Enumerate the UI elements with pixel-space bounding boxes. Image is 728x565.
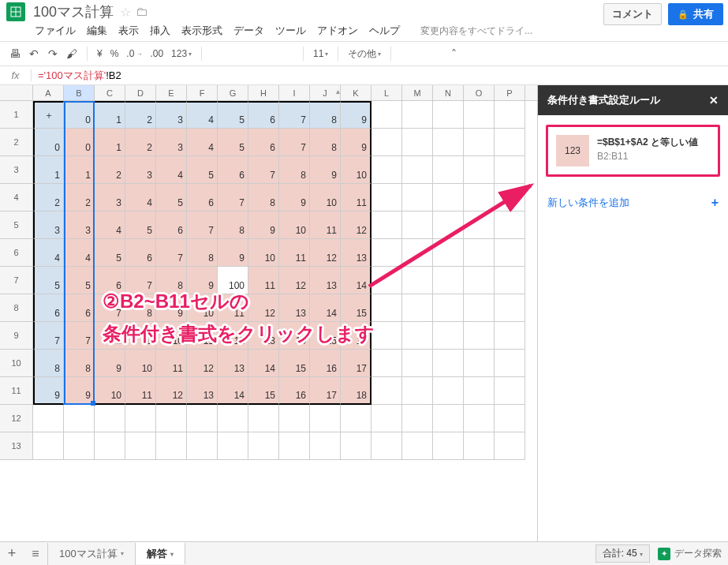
spreadsheet-grid[interactable]: ABCDEFGHIJKLMNOP 1＋012345678920012345678…: [0, 85, 537, 541]
cell-C6[interactable]: 5: [95, 239, 125, 267]
row-header-7[interactable]: 7: [0, 267, 33, 294]
cell-M12[interactable]: [402, 405, 433, 432]
cell-I8[interactable]: 13: [279, 294, 310, 322]
scroll-up-icon[interactable]: ▴: [332, 87, 343, 95]
cell-B10[interactable]: 8: [64, 350, 95, 377]
cell-A10[interactable]: 8: [33, 350, 64, 377]
cell-P11[interactable]: [495, 377, 525, 405]
cell-E9[interactable]: 10: [156, 322, 187, 350]
cell-K5[interactable]: 12: [341, 211, 371, 239]
cell-O6[interactable]: [464, 239, 495, 267]
cell-K2[interactable]: 9: [341, 129, 371, 156]
cell-O4[interactable]: [464, 184, 495, 211]
cell-H7[interactable]: 11: [248, 267, 279, 294]
menu-insert[interactable]: 挿入: [150, 24, 170, 38]
col-header-E[interactable]: E: [156, 85, 187, 100]
cell-K10[interactable]: 17: [341, 350, 371, 377]
row-header-9[interactable]: 9: [0, 322, 33, 350]
cell-F5[interactable]: 7: [187, 211, 218, 239]
cell-L7[interactable]: [371, 267, 402, 294]
cell-N7[interactable]: [433, 267, 464, 294]
menu-view[interactable]: 表示: [118, 24, 139, 38]
cell-K7[interactable]: 14: [341, 267, 371, 294]
print-icon[interactable]: 🖶: [6, 45, 24, 62]
format-rule-card[interactable]: 123 =$B$1+$A2 と等しい値 B2:B11: [546, 125, 720, 177]
cell-N5[interactable]: [433, 211, 464, 239]
col-header-K[interactable]: K: [341, 85, 371, 100]
cell-L5[interactable]: [371, 211, 402, 239]
cell-A13[interactable]: [33, 432, 64, 460]
cell-K11[interactable]: 18: [341, 377, 371, 405]
cell-B7[interactable]: 5: [64, 267, 95, 294]
number-format-button[interactable]: 123▾: [168, 48, 195, 59]
cell-P1[interactable]: [495, 101, 525, 129]
cell-F12[interactable]: [187, 405, 218, 432]
col-header-M[interactable]: M: [402, 85, 433, 100]
cell-K1[interactable]: 9: [341, 101, 371, 129]
cell-A3[interactable]: 1: [33, 156, 64, 184]
cell-G5[interactable]: 8: [218, 211, 248, 239]
cell-P2[interactable]: [495, 129, 525, 156]
cell-J3[interactable]: 9: [310, 156, 341, 184]
cell-A12[interactable]: [33, 405, 64, 432]
cell-H3[interactable]: 7: [248, 156, 279, 184]
cell-F4[interactable]: 6: [187, 184, 218, 211]
col-header-N[interactable]: N: [433, 85, 464, 100]
menu-help[interactable]: ヘルプ: [369, 24, 400, 38]
dec-increase-button[interactable]: .00: [147, 48, 166, 59]
cell-A1[interactable]: ＋: [33, 101, 64, 129]
cell-F3[interactable]: 5: [187, 156, 218, 184]
col-header-G[interactable]: G: [218, 85, 248, 100]
cell-K8[interactable]: 15: [341, 294, 371, 322]
cell-P4[interactable]: [495, 184, 525, 211]
cell-O7[interactable]: [464, 267, 495, 294]
cell-B8[interactable]: 6: [64, 294, 95, 322]
cell-L12[interactable]: [371, 405, 402, 432]
chevron-up-icon[interactable]: ˄: [445, 45, 462, 62]
cell-N13[interactable]: [433, 432, 464, 460]
cell-P12[interactable]: [495, 405, 525, 432]
cell-I6[interactable]: 11: [279, 239, 310, 267]
cell-I9[interactable]: 14: [279, 322, 310, 350]
cell-A4[interactable]: 2: [33, 184, 64, 211]
cell-J2[interactable]: 8: [310, 129, 341, 156]
cell-L9[interactable]: [371, 322, 402, 350]
cell-P7[interactable]: [495, 267, 525, 294]
currency-button[interactable]: ¥: [94, 48, 106, 59]
cell-E4[interactable]: 5: [156, 184, 187, 211]
cell-G1[interactable]: 5: [218, 101, 248, 129]
menu-data[interactable]: データ: [233, 24, 264, 38]
add-rule-button[interactable]: 新しい条件を追加 +: [538, 186, 728, 219]
cell-C1[interactable]: 1: [95, 101, 125, 129]
cell-K13[interactable]: [341, 432, 371, 460]
cell-C11[interactable]: 10: [95, 377, 125, 405]
cell-M1[interactable]: [402, 101, 433, 129]
cell-D7[interactable]: 7: [125, 267, 156, 294]
all-sheets-button[interactable]: ≡: [24, 547, 47, 561]
cell-N11[interactable]: [433, 377, 464, 405]
menu-file[interactable]: ファイル: [35, 24, 76, 38]
cell-C12[interactable]: [95, 405, 125, 432]
cell-F6[interactable]: 8: [187, 239, 218, 267]
menu-edit[interactable]: 編集: [87, 24, 107, 38]
cell-C3[interactable]: 2: [95, 156, 125, 184]
cell-E1[interactable]: 3: [156, 101, 187, 129]
cell-M3[interactable]: [402, 156, 433, 184]
cell-L1[interactable]: [371, 101, 402, 129]
cell-F7[interactable]: 9: [187, 267, 218, 294]
cell-F11[interactable]: 13: [187, 377, 218, 405]
row-header-10[interactable]: 10: [0, 350, 33, 377]
cell-D1[interactable]: 2: [125, 101, 156, 129]
cell-D6[interactable]: 6: [125, 239, 156, 267]
cell-E5[interactable]: 6: [156, 211, 187, 239]
cell-K12[interactable]: [341, 405, 371, 432]
cell-B2[interactable]: 0: [64, 129, 95, 156]
cell-D3[interactable]: 3: [125, 156, 156, 184]
cell-E13[interactable]: [156, 432, 187, 460]
cell-C2[interactable]: 1: [95, 129, 125, 156]
star-icon[interactable]: ☆: [120, 5, 131, 20]
cell-A6[interactable]: 4: [33, 239, 64, 267]
col-header-I[interactable]: I: [279, 85, 310, 100]
cell-M13[interactable]: [402, 432, 433, 460]
cell-I13[interactable]: [279, 432, 310, 460]
